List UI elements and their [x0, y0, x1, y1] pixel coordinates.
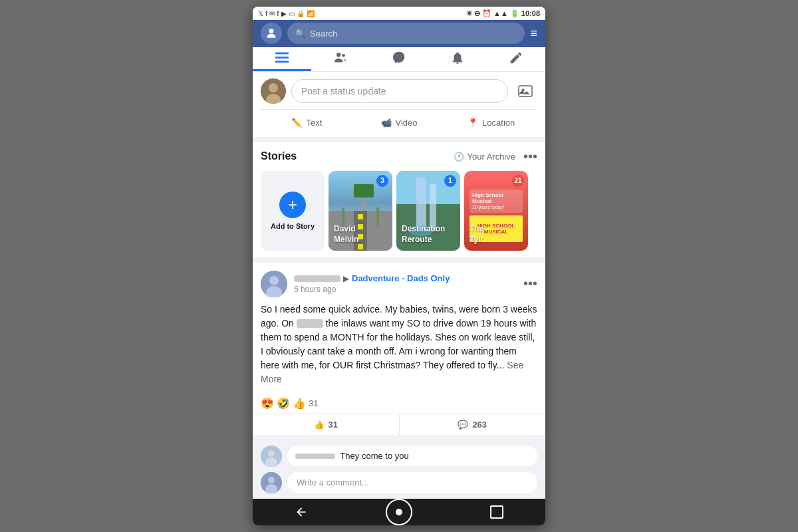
recents-button[interactable]	[485, 500, 509, 524]
comment-section: They come to you Write a comment...	[253, 440, 545, 499]
status-icons-left: 𝕏 f ✉ f ▶ ▭ 🔒 📶	[258, 10, 315, 17]
like-count: 31	[329, 420, 338, 430]
svg-rect-19	[354, 184, 374, 198]
nav-tabs	[253, 47, 545, 72]
location-action[interactable]: 📍 Location	[445, 115, 537, 130]
tab-messenger[interactable]	[370, 47, 428, 71]
hamburger-menu-icon[interactable]: ≡	[530, 27, 537, 41]
search-bar[interactable]: 🔍 Search	[287, 23, 525, 44]
user-avatar-header[interactable]	[261, 23, 282, 44]
svg-point-27	[269, 276, 279, 285]
post-body: So I need some quick advice. My babies, …	[253, 303, 545, 393]
story-the-tylt[interactable]: High School Musical 10 years today! HIGH…	[464, 171, 528, 251]
search-icon: 🔍	[295, 29, 306, 39]
comment-item-1: They come to you	[261, 446, 537, 467]
post-group-name[interactable]: Dadventure - Dads Only	[352, 273, 450, 283]
stories-title: Stories	[261, 150, 297, 162]
status-icons-right: ✳ ⊖ ⏰ ▲▲ 🔋 10:08	[466, 9, 540, 18]
comment-placeholder: Write a comment...	[297, 477, 369, 487]
comment-bubble-1: They come to you	[287, 446, 537, 466]
post-composer: Post a status update ✏️ Text 📹 Video 📍 L…	[253, 72, 545, 137]
video-icon: 📹	[381, 118, 392, 128]
story-david-melvin[interactable]: 3 David Melvin	[329, 171, 392, 251]
svg-rect-2	[275, 57, 289, 59]
stories-more-icon[interactable]: •••	[523, 149, 537, 164]
home-button[interactable]	[386, 499, 412, 525]
like-icon: 👍	[314, 420, 325, 430]
svg-rect-3	[275, 61, 289, 63]
current-user-avatar[interactable]	[261, 472, 282, 493]
story3-label: The Tylt	[469, 224, 483, 245]
see-more-link[interactable]: See More	[261, 360, 523, 384]
svg-rect-20	[362, 198, 365, 211]
story-destination-reroute[interactable]: 1 Destination Reroute	[396, 171, 460, 251]
story1-badge: 3	[376, 175, 388, 187]
monitor-icon: ▭	[289, 10, 295, 17]
stories-header: Stories 🕐 Your Archive •••	[261, 149, 537, 164]
composer-top: Post a status update	[261, 78, 537, 104]
svg-rect-18	[376, 207, 379, 227]
text-label: Text	[306, 118, 322, 128]
location-label: Location	[482, 118, 515, 128]
bottom-navigation-bar	[253, 499, 545, 525]
wifi-icon: 📶	[307, 10, 315, 17]
tab-compose[interactable]	[487, 47, 545, 71]
composer-actions: ✏️ Text 📹 Video 📍 Location	[261, 109, 537, 130]
stories-section: Stories 🕐 Your Archive ••• + Add to Stor…	[253, 142, 545, 257]
reaction-emoji-laugh: 🤣	[277, 397, 290, 410]
status-bar: 𝕏 f ✉ f ▶ ▭ 🔒 📶 ✳ ⊖ ⏰ ▲▲ 🔋 10:08	[253, 7, 545, 20]
commenter-name-blur	[295, 454, 335, 459]
lock-icon: 🔒	[297, 10, 305, 17]
square-icon	[490, 505, 503, 519]
text-action[interactable]: ✏️ Text	[261, 115, 353, 130]
stories-row: + Add to Story	[261, 171, 537, 251]
post-time: 5 hours ago	[294, 285, 517, 294]
svg-rect-13	[358, 214, 363, 219]
post-arrow: ▶	[343, 274, 349, 283]
post-more-button[interactable]: •••	[523, 276, 537, 291]
svg-rect-9	[519, 86, 532, 96]
post-user-info: ▶ Dadventure - Dads Only 5 hours ago	[294, 273, 517, 294]
comment-text-1: They come to you	[340, 451, 408, 461]
dnd-icon: ⊖	[474, 9, 480, 18]
comment-input-row: Write a comment...	[261, 472, 537, 493]
archive-icon: 🕐	[454, 152, 464, 162]
svg-rect-1	[275, 53, 289, 55]
add-story-card[interactable]: + Add to Story	[261, 171, 325, 251]
story2-label: Destination Reroute	[402, 224, 445, 245]
video-label: Video	[396, 118, 418, 128]
phone-frame: 𝕏 f ✉ f ▶ ▭ 🔒 📶 ✳ ⊖ ⏰ ▲▲ 🔋 10:08 🔍 Searc…	[253, 7, 545, 525]
photo-icon[interactable]	[513, 79, 537, 103]
status-input[interactable]: Post a status update	[291, 79, 508, 103]
comment-input-field[interactable]: Write a comment...	[287, 472, 537, 493]
add-story-button[interactable]: +	[279, 192, 306, 218]
archive-label: Your Archive	[467, 152, 515, 162]
svg-rect-24	[430, 184, 436, 231]
video-action[interactable]: 📹 Video	[353, 115, 446, 130]
composer-avatar[interactable]	[261, 78, 286, 104]
svg-point-0	[269, 29, 274, 34]
facebook-icon: f	[265, 10, 267, 17]
blurred-text-1	[297, 319, 323, 328]
tab-notifications[interactable]	[428, 47, 487, 71]
svg-point-30	[268, 450, 275, 457]
tab-home[interactable]	[253, 47, 311, 71]
archive-link[interactable]: 🕐 Your Archive	[454, 152, 515, 162]
like-button[interactable]: 👍 31	[253, 414, 400, 435]
commenter-avatar-1[interactable]	[261, 446, 282, 467]
post-user-avatar[interactable]	[261, 271, 287, 297]
comment-button[interactable]: 💬 263	[400, 414, 546, 435]
reaction-emoji-like: 👍	[293, 397, 306, 410]
back-button[interactable]	[289, 500, 313, 524]
reaction-emoji-love: 😍	[261, 397, 274, 410]
tab-friends[interactable]	[311, 47, 370, 71]
youtube-icon: ▶	[281, 10, 287, 17]
mail-icon: ✉	[269, 10, 275, 17]
bluetooth-icon: ✳	[466, 9, 472, 18]
post-card: ▶ Dadventure - Dads Only 5 hours ago •••…	[253, 263, 545, 435]
svg-rect-23	[416, 178, 426, 231]
comment-count: 263	[472, 420, 487, 430]
twitter-icon: 𝕏	[258, 10, 263, 17]
time-display: 10:08	[521, 9, 540, 17]
reaction-count: 31	[309, 398, 318, 408]
